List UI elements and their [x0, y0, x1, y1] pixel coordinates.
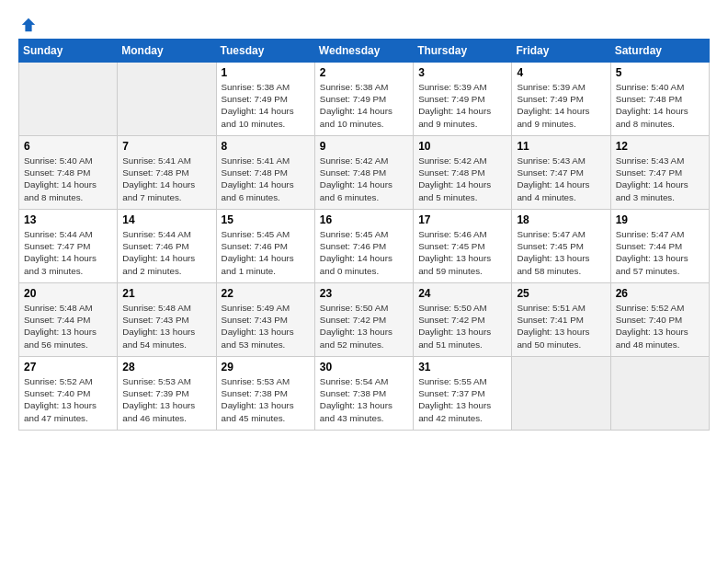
day-number: 23 — [320, 287, 408, 300]
cell-details: Sunrise: 5:46 AM Sunset: 7:45 PM Dayligh… — [418, 228, 506, 277]
cell-details: Sunrise: 5:49 AM Sunset: 7:43 PM Dayligh… — [222, 302, 310, 350]
calendar-cell: 9Sunrise: 5:42 AM Sunset: 7:48 PM Daylig… — [314, 136, 413, 210]
calendar-cell: 25Sunrise: 5:51 AM Sunset: 7:41 PM Dayli… — [512, 283, 610, 357]
cell-details: Sunrise: 5:43 AM Sunset: 7:47 PM Dayligh… — [517, 155, 605, 203]
calendar-cell: 4Sunrise: 5:39 AM Sunset: 7:49 PM Daylig… — [512, 63, 610, 136]
calendar-cell: 13Sunrise: 5:44 AM Sunset: 7:47 PM Dayli… — [19, 210, 118, 283]
cell-details: Sunrise: 5:52 AM Sunset: 7:40 PM Dayligh… — [24, 375, 112, 424]
day-number: 29 — [222, 361, 310, 373]
day-number: 17 — [418, 213, 506, 226]
calendar-cell: 27Sunrise: 5:52 AM Sunset: 7:40 PM Dayli… — [19, 357, 118, 431]
day-number: 16 — [320, 213, 408, 226]
logo — [18, 17, 37, 29]
cell-details: Sunrise: 5:55 AM Sunset: 7:37 PM Dayligh… — [418, 375, 506, 424]
day-number: 7 — [122, 140, 210, 153]
cell-details: Sunrise: 5:47 AM Sunset: 7:44 PM Dayligh… — [616, 228, 704, 277]
calendar-cell: 24Sunrise: 5:50 AM Sunset: 7:42 PM Dayli… — [414, 283, 512, 357]
day-number: 14 — [122, 213, 210, 226]
calendar-cell: 20Sunrise: 5:48 AM Sunset: 7:44 PM Dayli… — [19, 283, 118, 357]
cell-details: Sunrise: 5:48 AM Sunset: 7:43 PM Dayligh… — [122, 302, 210, 350]
cell-details: Sunrise: 5:53 AM Sunset: 7:39 PM Dayligh… — [122, 375, 210, 424]
weekday-header-monday: Monday — [118, 40, 216, 63]
calendar-cell: 1Sunrise: 5:38 AM Sunset: 7:49 PM Daylig… — [216, 63, 314, 136]
calendar-cell: 10Sunrise: 5:42 AM Sunset: 7:48 PM Dayli… — [414, 136, 512, 210]
cell-details: Sunrise: 5:43 AM Sunset: 7:47 PM Dayligh… — [616, 155, 704, 203]
cell-details: Sunrise: 5:53 AM Sunset: 7:38 PM Dayligh… — [222, 375, 310, 424]
cell-details: Sunrise: 5:44 AM Sunset: 7:46 PM Dayligh… — [122, 228, 210, 277]
header — [18, 17, 710, 29]
weekday-header-wednesday: Wednesday — [314, 40, 413, 63]
calendar-cell: 16Sunrise: 5:45 AM Sunset: 7:46 PM Dayli… — [314, 210, 413, 283]
calendar-cell: 11Sunrise: 5:43 AM Sunset: 7:47 PM Dayli… — [512, 136, 610, 210]
calendar-cell — [512, 357, 610, 431]
calendar-cell: 17Sunrise: 5:46 AM Sunset: 7:45 PM Dayli… — [414, 210, 512, 283]
day-number: 19 — [616, 213, 704, 226]
cell-details: Sunrise: 5:41 AM Sunset: 7:48 PM Dayligh… — [122, 155, 210, 203]
weekday-header-row: SundayMondayTuesdayWednesdayThursdayFrid… — [19, 40, 710, 63]
cell-details: Sunrise: 5:42 AM Sunset: 7:48 PM Dayligh… — [320, 155, 408, 203]
weekday-header-thursday: Thursday — [414, 40, 512, 63]
cell-details: Sunrise: 5:38 AM Sunset: 7:49 PM Dayligh… — [222, 81, 310, 130]
day-number: 15 — [222, 213, 310, 226]
day-number: 21 — [122, 287, 210, 300]
weekday-header-friday: Friday — [512, 40, 610, 63]
calendar-cell: 26Sunrise: 5:52 AM Sunset: 7:40 PM Dayli… — [610, 283, 709, 357]
day-number: 25 — [517, 287, 605, 300]
day-number: 2 — [320, 66, 408, 79]
day-number: 27 — [24, 361, 112, 373]
day-number: 22 — [222, 287, 310, 300]
calendar-cell: 7Sunrise: 5:41 AM Sunset: 7:48 PM Daylig… — [118, 136, 216, 210]
calendar-cell: 19Sunrise: 5:47 AM Sunset: 7:44 PM Dayli… — [610, 210, 709, 283]
day-number: 8 — [222, 140, 310, 153]
calendar-cell: 30Sunrise: 5:54 AM Sunset: 7:38 PM Dayli… — [314, 357, 413, 431]
cell-details: Sunrise: 5:40 AM Sunset: 7:48 PM Dayligh… — [24, 155, 112, 203]
calendar-cell: 6Sunrise: 5:40 AM Sunset: 7:48 PM Daylig… — [19, 136, 118, 210]
svg-marker-0 — [22, 18, 35, 31]
cell-details: Sunrise: 5:47 AM Sunset: 7:45 PM Dayligh… — [517, 228, 605, 277]
cell-details: Sunrise: 5:50 AM Sunset: 7:42 PM Dayligh… — [418, 302, 506, 350]
calendar-cell: 2Sunrise: 5:38 AM Sunset: 7:49 PM Daylig… — [314, 63, 413, 136]
day-number: 5 — [616, 66, 704, 79]
calendar-cell: 15Sunrise: 5:45 AM Sunset: 7:46 PM Dayli… — [216, 210, 314, 283]
day-number: 11 — [517, 140, 605, 153]
calendar-cell — [118, 63, 216, 136]
day-number: 31 — [418, 361, 506, 373]
cell-details: Sunrise: 5:52 AM Sunset: 7:40 PM Dayligh… — [616, 302, 704, 350]
week-row-1: 1Sunrise: 5:38 AM Sunset: 7:49 PM Daylig… — [19, 63, 710, 136]
calendar-cell: 12Sunrise: 5:43 AM Sunset: 7:47 PM Dayli… — [610, 136, 709, 210]
calendar-cell: 5Sunrise: 5:40 AM Sunset: 7:48 PM Daylig… — [610, 63, 709, 136]
weekday-header-saturday: Saturday — [610, 40, 709, 63]
day-number: 20 — [24, 287, 112, 300]
calendar: SundayMondayTuesdayWednesdayThursdayFrid… — [18, 39, 710, 431]
week-row-2: 6Sunrise: 5:40 AM Sunset: 7:48 PM Daylig… — [19, 136, 710, 210]
day-number: 4 — [517, 66, 605, 79]
day-number: 28 — [122, 361, 210, 373]
calendar-cell: 31Sunrise: 5:55 AM Sunset: 7:37 PM Dayli… — [414, 357, 512, 431]
week-row-3: 13Sunrise: 5:44 AM Sunset: 7:47 PM Dayli… — [19, 210, 710, 283]
cell-details: Sunrise: 5:45 AM Sunset: 7:46 PM Dayligh… — [320, 228, 408, 277]
cell-details: Sunrise: 5:44 AM Sunset: 7:47 PM Dayligh… — [24, 228, 112, 277]
day-number: 13 — [24, 213, 112, 226]
calendar-cell: 21Sunrise: 5:48 AM Sunset: 7:43 PM Dayli… — [118, 283, 216, 357]
calendar-cell: 28Sunrise: 5:53 AM Sunset: 7:39 PM Dayli… — [118, 357, 216, 431]
cell-details: Sunrise: 5:48 AM Sunset: 7:44 PM Dayligh… — [24, 302, 112, 350]
calendar-cell: 29Sunrise: 5:53 AM Sunset: 7:38 PM Dayli… — [216, 357, 314, 431]
logo-text — [18, 17, 37, 33]
page: SundayMondayTuesdayWednesdayThursdayFrid… — [0, 0, 728, 563]
weekday-header-sunday: Sunday — [19, 40, 118, 63]
cell-details: Sunrise: 5:41 AM Sunset: 7:48 PM Dayligh… — [222, 155, 310, 203]
day-number: 30 — [320, 361, 408, 373]
day-number: 3 — [418, 66, 506, 79]
logo-icon — [20, 17, 37, 33]
week-row-4: 20Sunrise: 5:48 AM Sunset: 7:44 PM Dayli… — [19, 283, 710, 357]
calendar-cell: 22Sunrise: 5:49 AM Sunset: 7:43 PM Dayli… — [216, 283, 314, 357]
day-number: 24 — [418, 287, 506, 300]
day-number: 9 — [320, 140, 408, 153]
day-number: 6 — [24, 140, 112, 153]
day-number: 12 — [616, 140, 704, 153]
cell-details: Sunrise: 5:45 AM Sunset: 7:46 PM Dayligh… — [222, 228, 310, 277]
cell-details: Sunrise: 5:38 AM Sunset: 7:49 PM Dayligh… — [320, 81, 408, 130]
calendar-cell: 14Sunrise: 5:44 AM Sunset: 7:46 PM Dayli… — [118, 210, 216, 283]
day-number: 1 — [222, 66, 310, 79]
calendar-cell: 18Sunrise: 5:47 AM Sunset: 7:45 PM Dayli… — [512, 210, 610, 283]
